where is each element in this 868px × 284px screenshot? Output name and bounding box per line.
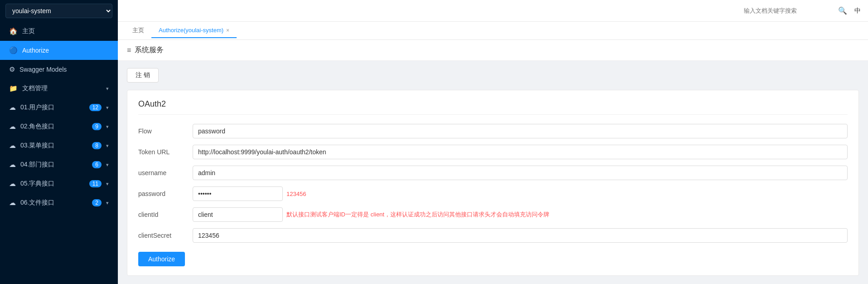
username-row: username — [138, 166, 848, 180]
client-id-field-area: 默认接口测试客户端ID一定得是 client，这样认证成功之后访问其他接口请求头… — [193, 207, 848, 222]
dept-api-label: 04.部门接口 — [20, 161, 87, 169]
role-api-label: 02.角色接口 — [20, 122, 87, 131]
role-api-chevron: ▾ — [106, 124, 109, 130]
dept-api-badge: 6 — [92, 161, 102, 168]
sidebar-item-dept-api[interactable]: ☁ 04.部门接口 6 ▾ — [0, 155, 118, 174]
menu-toggle-icon[interactable]: ≡ — [127, 46, 131, 54]
sidebar-item-role-api[interactable]: ☁ 02.角色接口 9 ▾ — [0, 117, 118, 136]
tab-home-tab[interactable]: 主页 — [125, 23, 151, 39]
user-api-badge: 12 — [89, 104, 102, 111]
sidebar-item-dict-api[interactable]: ☁ 05.字典接口 11 ▾ — [0, 174, 118, 193]
role-api-badge: 9 — [92, 123, 102, 130]
main-area: 主页Authorize(youlai-system)× ≡ 系统服务 注 销 O… — [118, 22, 868, 284]
page-title-bar: ≡ 系统服务 — [118, 40, 868, 61]
token-url-label: Token URL — [138, 148, 193, 156]
user-api-icon: ☁ — [9, 103, 16, 112]
swagger-models-icon: ⚙ — [9, 65, 15, 73]
home-label: 主页 — [22, 27, 109, 35]
flow-label: Flow — [138, 127, 193, 135]
file-api-icon: ☁ — [9, 199, 16, 207]
search-input[interactable] — [744, 7, 834, 14]
client-id-note: 默认接口测试客户端ID一定得是 client，这样认证成功之后访问其他接口请求头… — [286, 211, 549, 219]
authorize-button-row: Authorize — [138, 249, 848, 266]
sidebar-item-authorize[interactable]: 🔵 Authorize — [0, 41, 118, 60]
client-secret-row: clientSecret — [138, 228, 848, 243]
doc-manage-label: 文档管理 — [22, 84, 102, 93]
client-id-row: clientId 默认接口测试客户端ID一定得是 client，这样认证成功之后… — [138, 207, 848, 222]
content-area: 注 销 OAuth2 Flow Token URL username passw… — [118, 61, 868, 284]
header-search-area: 🔍 中 — [744, 6, 861, 15]
password-field-area: 123456 — [193, 186, 848, 201]
header: 🔍 中 — [118, 0, 868, 22]
password-input[interactable] — [193, 186, 283, 201]
menu-api-label: 03.菜单接口 — [20, 142, 87, 150]
dict-api-chevron: ▾ — [106, 181, 109, 187]
oauth-box: OAuth2 Flow Token URL username password — [127, 90, 859, 276]
dict-api-icon: ☁ — [9, 180, 16, 188]
menu-api-chevron: ▾ — [106, 143, 109, 149]
tab-close-icon[interactable]: × — [226, 27, 229, 34]
sidebar: youlai-system 🏠 主页 🔵 Authorize ⚙ Swagger… — [0, 0, 118, 284]
username-input[interactable] — [193, 166, 848, 180]
file-api-badge: 2 — [92, 199, 102, 206]
sidebar-item-file-api[interactable]: ☁ 06.文件接口 2 ▾ — [0, 193, 118, 212]
tab-label: Authorize(youlai-system) — [159, 27, 223, 34]
dept-api-icon: ☁ — [9, 161, 16, 169]
sidebar-item-doc-manage[interactable]: 📁 文档管理 ▾ — [0, 79, 118, 98]
oauth-title: OAuth2 — [138, 99, 848, 115]
menu-api-badge: 8 — [92, 142, 102, 149]
page-title: 系统服务 — [135, 45, 164, 55]
language-switch[interactable]: 中 — [854, 7, 861, 15]
sidebar-item-menu-api[interactable]: ☁ 03.菜单接口 8 ▾ — [0, 136, 118, 155]
swagger-models-label: Swagger Models — [19, 66, 109, 73]
tab-label: 主页 — [132, 27, 144, 34]
cancel-button[interactable]: 注 销 — [127, 68, 159, 83]
password-hint-text: 123456 — [286, 191, 306, 197]
tab-authorize-tab[interactable]: Authorize(youlai-system)× — [151, 23, 237, 38]
client-secret-label: clientSecret — [138, 232, 193, 239]
sidebar-item-user-api[interactable]: ☁ 01.用户接口 12 ▾ — [0, 98, 118, 117]
tab-bar: 主页Authorize(youlai-system)× — [118, 22, 868, 40]
flow-input[interactable] — [193, 124, 848, 138]
system-select-input[interactable]: youlai-system — [5, 4, 112, 18]
dict-api-label: 05.字典接口 — [20, 180, 85, 188]
authorize-button[interactable]: Authorize — [138, 252, 185, 266]
file-api-label: 06.文件接口 — [20, 199, 87, 207]
dict-api-badge: 11 — [89, 180, 102, 187]
password-label: password — [138, 190, 193, 197]
client-id-input[interactable] — [193, 207, 283, 222]
client-secret-input[interactable] — [193, 228, 848, 243]
token-url-input[interactable] — [193, 145, 848, 159]
user-api-label: 01.用户接口 — [20, 103, 85, 112]
menu-api-icon: ☁ — [9, 142, 16, 150]
doc-manage-icon: 📁 — [9, 84, 18, 93]
password-row: password 123456 — [138, 186, 848, 201]
sidebar-system-select[interactable]: youlai-system — [5, 4, 112, 18]
dept-api-chevron: ▾ — [106, 162, 109, 168]
token-url-row: Token URL — [138, 145, 848, 159]
sidebar-item-swagger-models[interactable]: ⚙ Swagger Models — [0, 60, 118, 79]
sidebar-item-home[interactable]: 🏠 主页 — [0, 22, 118, 41]
authorize-icon: 🔵 — [9, 46, 18, 54]
client-id-label: clientId — [138, 211, 193, 218]
search-icon[interactable]: 🔍 — [838, 6, 847, 15]
home-icon: 🏠 — [9, 27, 18, 35]
username-label: username — [138, 169, 193, 176]
doc-manage-chevron: ▾ — [106, 86, 109, 92]
user-api-chevron: ▾ — [106, 105, 109, 111]
role-api-icon: ☁ — [9, 122, 16, 131]
file-api-chevron: ▾ — [106, 200, 109, 206]
authorize-label: Authorize — [22, 47, 109, 54]
flow-row: Flow — [138, 124, 848, 138]
